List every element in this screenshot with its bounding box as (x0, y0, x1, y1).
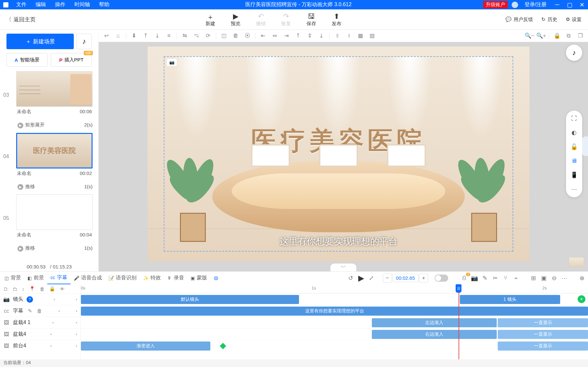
timeline-clip[interactable]: 左边渐入 (372, 318, 496, 327)
tl-trash-icon[interactable]: 🗑 (40, 286, 45, 292)
scene-card[interactable]: 医疗美容医院 未命名00:02 (14, 132, 95, 180)
send-back-icon[interactable]: ⤓ (151, 32, 163, 39)
tab-特效[interactable]: ✨特效 (140, 272, 164, 285)
collapse-canvas-button[interactable]: ﹀ (330, 264, 356, 271)
extra-circle-icon[interactable]: ⊜ (211, 275, 221, 282)
align-top-icon[interactable]: ⤒ (292, 32, 304, 39)
track-dot2-icon[interactable]: • (76, 320, 77, 325)
zoom-minus-icon[interactable]: ⊖ (549, 275, 559, 282)
align-middle-icon[interactable]: ⇕ (304, 32, 316, 39)
crop-icon[interactable]: ◫ (218, 32, 230, 39)
ungroup-icon[interactable]: ▨ (366, 32, 378, 39)
action-save[interactable]: 🖫保存 (299, 12, 324, 27)
align-right-icon[interactable]: ⇥ (281, 32, 292, 39)
lock-icon[interactable]: 🔒 (551, 32, 563, 39)
menu-edit[interactable]: 编辑 (31, 1, 50, 8)
expand-icon[interactable]: ⤢ (367, 275, 376, 282)
timeline-clip[interactable]: 一直显示 (498, 330, 588, 339)
minimap-thumb[interactable] (569, 257, 584, 267)
menu-timeline[interactable]: 时间轴 (70, 1, 94, 8)
rewind-icon[interactable]: ↺ (346, 275, 356, 282)
login-button[interactable]: 登录/注册 (520, 1, 551, 8)
timeline-clip[interactable]: 右边渐入 (372, 330, 496, 339)
track-dot2-icon[interactable]: • (76, 309, 77, 314)
dock-monitor-icon[interactable]: 🖥 (571, 157, 577, 164)
tab-语音识别[interactable]: 📝语音识别 (105, 272, 140, 285)
tab-前景[interactable]: ◧前景 (24, 272, 47, 285)
back-home-button[interactable]: 〈 返回主页 (0, 16, 41, 23)
subtitle-clip[interactable]: 这里有你想要实现理想的平台 (81, 307, 588, 316)
play-icon[interactable]: ▶ (356, 274, 366, 283)
add-camera-button[interactable]: + (578, 295, 585, 303)
track-header[interactable]: cc字幕✎🗑•• (0, 305, 81, 317)
filter-icon[interactable]: ⑂ (501, 275, 510, 281)
track-header[interactable]: 🖼盆栽4 1•• (0, 317, 81, 328)
minimize-button[interactable]: ─ (551, 1, 563, 8)
track-dot2-icon[interactable]: • (76, 343, 77, 349)
tl-eye-icon[interactable]: 👁 (60, 286, 65, 292)
side-drawer-handle[interactable] (582, 136, 588, 156)
align-center-icon[interactable]: ⇔ (269, 32, 281, 39)
add-track-icon[interactable]: ⊕ (577, 275, 587, 282)
tl-new-icon[interactable]: 🗋 (3, 286, 8, 292)
play-icon[interactable]: ▶ (17, 184, 23, 190)
smart-scene-button[interactable]: A 智能场景 (6, 53, 48, 67)
insert-ppt-button[interactable]: P 插入PPT VIP (51, 53, 92, 67)
keyframe-icon[interactable]: ⎙ (459, 275, 469, 281)
settings-button[interactable]: ⚙设置 (566, 16, 582, 23)
delete-icon[interactable]: 🗑 (230, 33, 241, 39)
zoom-in-icon[interactable]: 🔍+ (535, 32, 547, 39)
action-new[interactable]: ＋新建 (198, 12, 223, 27)
menu-file[interactable]: 文件 (12, 1, 31, 8)
dock-unlock-icon[interactable]: 🔓 (571, 143, 578, 150)
upgrade-button[interactable]: 升级账户 (483, 1, 508, 8)
camera-clip[interactable]: 1 镜头 (460, 295, 560, 304)
camera-small-icon[interactable]: 📷 (470, 275, 479, 282)
copy-icon[interactable]: ⧉ (563, 33, 574, 39)
float-music-button[interactable]: ♪ (566, 45, 582, 61)
music-button[interactable]: ♪ (76, 34, 92, 49)
maximize-button[interactable]: ▢ (563, 1, 576, 8)
track-header[interactable]: 🖼盆栽4•• (0, 328, 81, 340)
new-scene-button[interactable]: ＋ 新建场景 (6, 34, 74, 49)
time-minus-button[interactable]: − (383, 274, 392, 283)
play-icon[interactable]: ▶ (17, 123, 23, 128)
transition-name[interactable]: 推移 (25, 245, 35, 251)
action-publish[interactable]: ⬆发布 (324, 12, 349, 27)
fit-icon[interactable]: ▣ (539, 275, 549, 282)
track-dot2-icon[interactable]: • (76, 332, 77, 337)
track-header[interactable]: 📷镜头?•• (0, 293, 81, 305)
tab-字幕[interactable]: cc字幕 (47, 272, 71, 285)
timeline-clip[interactable]: 渐变进入 (81, 342, 210, 351)
undo-arrow-icon[interactable]: ↩ (101, 32, 112, 39)
menu-operate[interactable]: 操作 (50, 1, 70, 8)
selection-box[interactable] (164, 56, 513, 252)
align-icon[interactable]: ≡ (163, 33, 175, 39)
scissors-icon[interactable]: ✂ (490, 275, 500, 282)
align-bottom-icon[interactable]: ⤓ (316, 32, 327, 39)
timecode-display[interactable]: 00:02.65 (393, 274, 418, 282)
play-icon[interactable]: ▶ (17, 246, 23, 252)
help-icon[interactable]: ? (27, 296, 33, 303)
timeline-clip[interactable]: 一直显示 (498, 318, 588, 327)
feedback-button[interactable]: 💬用户反馈 (505, 16, 533, 23)
track-dot-icon[interactable]: • (59, 309, 60, 314)
group-icon[interactable]: ▦ (355, 32, 366, 39)
focus-icon[interactable]: ⦿ (241, 33, 253, 39)
tl-move-icon[interactable]: ↕ (22, 286, 25, 292)
track-dot-icon[interactable]: • (52, 320, 54, 325)
track-dot-icon[interactable]: • (50, 332, 52, 337)
time-plus-button[interactable]: + (419, 274, 428, 283)
fx-icon[interactable]: ⌁ (511, 275, 521, 282)
edit-small-icon[interactable]: ✎ (480, 275, 490, 282)
bring-front-icon[interactable]: ⤒ (140, 32, 151, 39)
transition-name[interactable]: 推移 (25, 184, 35, 189)
history-button[interactable]: ↻历史 (541, 16, 557, 23)
playhead[interactable] (456, 284, 461, 293)
dock-safe-icon[interactable]: ◐ (571, 129, 577, 136)
camera-clip[interactable]: 默认镜头 (81, 295, 299, 304)
close-button[interactable]: ✕ (576, 1, 588, 8)
add-block-icon[interactable]: ⊞ (528, 275, 538, 282)
flip-h-icon[interactable]: ⇋ (179, 32, 191, 39)
home-icon[interactable]: ⌂ (112, 33, 124, 39)
